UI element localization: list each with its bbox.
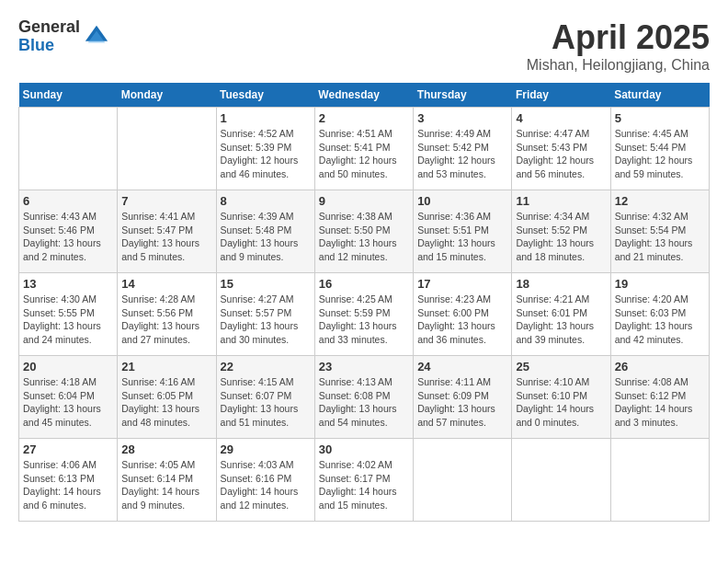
calendar-cell: 24Sunrise: 4:11 AMSunset: 6:09 PMDayligh… — [414, 356, 512, 439]
day-number: 14 — [121, 277, 211, 291]
day-info: Sunrise: 4:20 AMSunset: 6:03 PMDaylight:… — [615, 293, 705, 347]
day-info: Sunrise: 4:27 AMSunset: 5:57 PMDaylight:… — [221, 293, 311, 347]
calendar-cell: 13Sunrise: 4:30 AMSunset: 5:55 PMDayligh… — [19, 273, 118, 356]
calendar-cell: 5Sunrise: 4:45 AMSunset: 5:44 PMDaylight… — [610, 108, 709, 190]
calendar-cell: 27Sunrise: 4:06 AMSunset: 6:13 PMDayligh… — [19, 439, 118, 522]
day-info: Sunrise: 4:05 AMSunset: 6:14 PMDaylight:… — [121, 458, 211, 512]
day-number: 16 — [319, 277, 409, 291]
day-number: 23 — [319, 360, 409, 373]
header-friday: Friday — [512, 83, 610, 108]
calendar-cell: 7Sunrise: 4:41 AMSunset: 5:47 PMDaylight… — [118, 190, 216, 273]
day-info: Sunrise: 4:41 AMSunset: 5:47 PMDaylight:… — [121, 210, 211, 264]
day-info: Sunrise: 4:06 AMSunset: 6:13 PMDaylight:… — [23, 458, 113, 512]
calendar-cell: 9Sunrise: 4:38 AMSunset: 5:50 PMDaylight… — [314, 190, 413, 273]
day-number: 7 — [121, 194, 211, 208]
day-info: Sunrise: 4:18 AMSunset: 6:04 PMDaylight:… — [23, 375, 113, 430]
day-number: 2 — [319, 111, 409, 125]
day-info: Sunrise: 4:25 AMSunset: 5:59 PMDaylight:… — [319, 293, 409, 347]
day-info: Sunrise: 4:11 AMSunset: 6:09 PMDaylight:… — [417, 375, 507, 430]
calendar-cell: 11Sunrise: 4:34 AMSunset: 5:52 PMDayligh… — [512, 190, 610, 273]
header-wednesday: Wednesday — [314, 83, 413, 108]
calendar-cell: 29Sunrise: 4:03 AMSunset: 6:16 PMDayligh… — [216, 439, 314, 522]
day-number: 9 — [319, 194, 409, 208]
day-number: 25 — [516, 360, 606, 373]
header-sunday: Sunday — [19, 83, 118, 108]
day-info: Sunrise: 4:32 AMSunset: 5:54 PMDaylight:… — [615, 210, 705, 264]
day-info: Sunrise: 4:28 AMSunset: 5:56 PMDaylight:… — [121, 293, 211, 347]
header-thursday: Thursday — [414, 83, 512, 108]
calendar-cell — [512, 439, 610, 522]
calendar-cell: 19Sunrise: 4:20 AMSunset: 6:03 PMDayligh… — [610, 273, 709, 356]
day-info: Sunrise: 4:43 AMSunset: 5:46 PMDaylight:… — [23, 210, 113, 264]
day-number: 12 — [615, 194, 705, 208]
calendar-cell: 15Sunrise: 4:27 AMSunset: 5:57 PMDayligh… — [216, 273, 314, 356]
day-number: 27 — [23, 442, 113, 456]
calendar-cell: 4Sunrise: 4:47 AMSunset: 5:43 PMDaylight… — [512, 108, 610, 190]
day-info: Sunrise: 4:13 AMSunset: 6:08 PMDaylight:… — [319, 375, 409, 430]
day-info: Sunrise: 4:21 AMSunset: 6:01 PMDaylight:… — [516, 293, 606, 347]
calendar-cell — [19, 108, 118, 190]
calendar-cell: 26Sunrise: 4:08 AMSunset: 6:12 PMDayligh… — [610, 356, 709, 439]
calendar-cell: 21Sunrise: 4:16 AMSunset: 6:05 PMDayligh… — [118, 356, 216, 439]
calendar-title-area: April 2025 Mishan, Heilongjiang, China — [527, 18, 710, 74]
calendar-week-1: 1Sunrise: 4:52 AMSunset: 5:39 PMDaylight… — [19, 108, 710, 190]
day-number: 18 — [516, 277, 606, 291]
calendar-cell: 8Sunrise: 4:39 AMSunset: 5:48 PMDaylight… — [216, 190, 314, 273]
day-info: Sunrise: 4:34 AMSunset: 5:52 PMDaylight:… — [516, 210, 606, 264]
day-number: 20 — [23, 360, 113, 373]
calendar-cell: 30Sunrise: 4:02 AMSunset: 6:17 PMDayligh… — [314, 439, 413, 522]
day-number: 6 — [23, 194, 113, 208]
day-number: 28 — [121, 442, 211, 456]
calendar-location: Mishan, Heilongjiang, China — [527, 57, 710, 74]
day-number: 19 — [615, 277, 705, 291]
calendar-cell: 16Sunrise: 4:25 AMSunset: 5:59 PMDayligh… — [314, 273, 413, 356]
day-info: Sunrise: 4:30 AMSunset: 5:55 PMDaylight:… — [23, 293, 113, 347]
day-number: 13 — [23, 277, 113, 291]
calendar-cell: 22Sunrise: 4:15 AMSunset: 6:07 PMDayligh… — [216, 356, 314, 439]
calendar-cell: 10Sunrise: 4:36 AMSunset: 5:51 PMDayligh… — [414, 190, 512, 273]
calendar-cell: 18Sunrise: 4:21 AMSunset: 6:01 PMDayligh… — [512, 273, 610, 356]
day-info: Sunrise: 4:39 AMSunset: 5:48 PMDaylight:… — [221, 210, 311, 264]
day-number: 10 — [417, 194, 507, 208]
day-info: Sunrise: 4:10 AMSunset: 6:10 PMDaylight:… — [516, 375, 606, 430]
day-number: 1 — [221, 111, 311, 125]
calendar-cell: 1Sunrise: 4:52 AMSunset: 5:39 PMDaylight… — [216, 108, 314, 190]
calendar-cell: 12Sunrise: 4:32 AMSunset: 5:54 PMDayligh… — [610, 190, 709, 273]
day-info: Sunrise: 4:15 AMSunset: 6:07 PMDaylight:… — [221, 375, 311, 430]
day-info: Sunrise: 4:23 AMSunset: 6:00 PMDaylight:… — [417, 293, 507, 347]
day-info: Sunrise: 4:16 AMSunset: 6:05 PMDaylight:… — [121, 375, 211, 430]
day-number: 5 — [615, 111, 705, 125]
day-info: Sunrise: 4:51 AMSunset: 5:41 PMDaylight:… — [319, 127, 409, 181]
calendar-table: SundayMondayTuesdayWednesdayThursdayFrid… — [18, 83, 710, 522]
day-number: 26 — [615, 360, 705, 373]
day-info: Sunrise: 4:52 AMSunset: 5:39 PMDaylight:… — [221, 127, 311, 181]
calendar-month-year: April 2025 — [527, 18, 710, 57]
calendar-cell: 6Sunrise: 4:43 AMSunset: 5:46 PMDaylight… — [19, 190, 118, 273]
header-monday: Monday — [118, 83, 216, 108]
logo-general: General — [18, 18, 80, 37]
day-number: 3 — [417, 111, 507, 125]
day-info: Sunrise: 4:45 AMSunset: 5:44 PMDaylight:… — [615, 127, 705, 181]
calendar-week-2: 6Sunrise: 4:43 AMSunset: 5:46 PMDaylight… — [19, 190, 710, 273]
logo: General Blue — [18, 18, 109, 55]
logo-blue: Blue — [18, 37, 80, 55]
day-info: Sunrise: 4:03 AMSunset: 6:16 PMDaylight:… — [221, 458, 311, 512]
calendar-cell: 2Sunrise: 4:51 AMSunset: 5:41 PMDaylight… — [314, 108, 413, 190]
day-info: Sunrise: 4:49 AMSunset: 5:42 PMDaylight:… — [417, 127, 507, 181]
calendar-week-4: 20Sunrise: 4:18 AMSunset: 6:04 PMDayligh… — [19, 356, 710, 439]
header-saturday: Saturday — [610, 83, 709, 108]
calendar-cell: 20Sunrise: 4:18 AMSunset: 6:04 PMDayligh… — [19, 356, 118, 439]
day-info: Sunrise: 4:47 AMSunset: 5:43 PMDaylight:… — [516, 127, 606, 181]
day-number: 11 — [516, 194, 606, 208]
day-info: Sunrise: 4:38 AMSunset: 5:50 PMDaylight:… — [319, 210, 409, 264]
day-number: 4 — [516, 111, 606, 125]
day-number: 24 — [417, 360, 507, 373]
calendar-cell — [610, 439, 709, 522]
day-info: Sunrise: 4:08 AMSunset: 6:12 PMDaylight:… — [615, 375, 705, 430]
day-info: Sunrise: 4:02 AMSunset: 6:17 PMDaylight:… — [319, 458, 409, 512]
calendar-week-3: 13Sunrise: 4:30 AMSunset: 5:55 PMDayligh… — [19, 273, 710, 356]
page-header: General Blue April 2025 Mishan, Heilongj… — [18, 18, 710, 74]
day-number: 30 — [319, 442, 409, 456]
day-number: 17 — [417, 277, 507, 291]
calendar-cell — [118, 108, 216, 190]
